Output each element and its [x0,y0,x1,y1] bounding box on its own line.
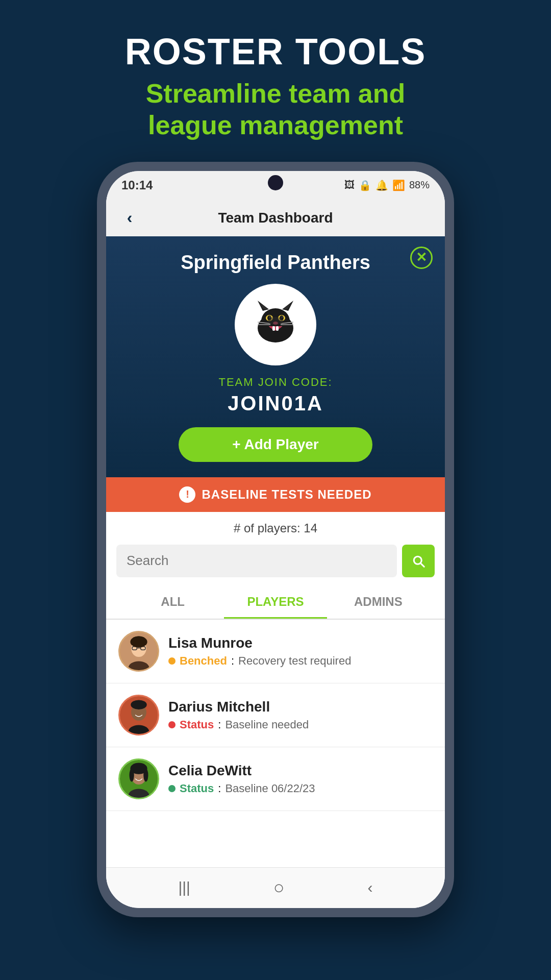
alert-text: BASELINE TESTS NEEDED [202,487,371,502]
search-input[interactable] [116,545,397,577]
svg-point-12 [281,316,283,318]
search-icon [411,553,426,569]
status-time: 10:14 [121,178,153,192]
alert-icon: ! [179,486,195,503]
svg-point-40 [130,768,134,781]
player-info: Darius Mitchell Status : Baseline needed [168,699,433,731]
status-dot-green [168,785,176,792]
close-icon: ✕ [416,250,427,265]
tab-players[interactable]: PLAYERS [224,586,327,619]
list-item[interactable]: Celia DeWitt Status : Baseline 06/22/23 [106,747,445,811]
svg-point-20 [268,317,283,325]
list-item[interactable]: Lisa Munroe Benched : Recovery test requ… [106,620,445,683]
avatar [118,758,159,799]
status-label: Benched [180,654,227,668]
svg-rect-15 [276,326,279,331]
bottom-nav-back[interactable]: ‹ [368,879,373,896]
status-description: Baseline 06/22/23 [225,782,315,795]
add-player-button[interactable]: + Add Player [179,427,372,462]
bottom-nav: ||| ○ ‹ [106,867,445,908]
page-header: ROSTER TOOLS Streamline team andleague m… [125,0,427,141]
search-container [106,545,445,586]
close-button[interactable]: ✕ [410,247,433,269]
status-colon: : [231,654,234,668]
status-colon: : [218,718,221,731]
status-volume-icon: 🔔 [375,179,388,191]
player-status: Status : Baseline needed [168,718,433,731]
player-name: Lisa Munroe [168,635,433,651]
status-photo-icon: 🖼 [344,179,355,191]
status-dot-yellow [168,657,176,665]
status-description: Baseline needed [225,718,309,731]
search-button[interactable] [402,545,435,577]
players-count: # of players: 14 [106,512,445,545]
player-avatar-svg-darius [120,696,158,734]
page-title: ROSTER TOOLS [125,31,427,72]
team-logo-svg [242,291,309,358]
back-arrow-icon: ‹ [127,208,133,227]
join-code-label: TEAM JOIN CODE: [218,376,332,389]
status-battery: 88% [409,179,430,191]
tab-all[interactable]: ALL [121,586,224,619]
alert-banner: ! BASELINE TESTS NEEDED [106,477,445,512]
phone-mockup: 10:14 🖼 🔒 🔔 📶 88% ‹ Team Dashboard ✕ Spr… [97,162,454,917]
status-lock-icon: 🔒 [359,179,371,191]
player-avatar-svg-lisa [120,632,158,670]
avatar [118,695,159,736]
svg-point-34 [131,700,146,709]
player-info: Celia DeWitt Status : Baseline 06/22/23 [168,763,433,795]
avatar [118,631,159,672]
player-avatar-svg-celia [120,760,158,798]
list-item[interactable]: Darius Mitchell Status : Baseline needed [106,683,445,747]
back-button[interactable]: ‹ [118,207,141,229]
join-code-value: JOIN01A [228,392,323,415]
status-icons: 🖼 🔒 🔔 📶 88% [344,179,430,191]
status-label: Status [180,782,214,795]
player-status: Status : Baseline 06/22/23 [168,782,433,795]
svg-rect-14 [272,326,275,331]
status-dot-red [168,721,176,728]
player-info: Lisa Munroe Benched : Recovery test requ… [168,635,433,668]
team-header: ✕ Springfield Panthers [106,236,445,477]
status-wifi-icon: 📶 [392,179,405,191]
status-colon: : [218,782,221,795]
svg-point-29 [132,636,145,644]
players-list: Lisa Munroe Benched : Recovery test requ… [106,620,445,867]
add-player-label: + Add Player [232,436,318,453]
svg-point-41 [143,768,148,781]
status-label: Status [180,718,214,731]
nav-title: Team Dashboard [141,210,410,226]
player-name: Celia DeWitt [168,763,433,779]
player-name: Darius Mitchell [168,699,433,715]
page-subtitle: Streamline team andleague management [125,78,427,141]
top-nav: ‹ Team Dashboard [106,200,445,236]
team-name: Springfield Panthers [181,252,370,274]
player-status: Benched : Recovery test required [168,654,433,668]
bottom-nav-home[interactable]: ○ [273,877,285,898]
status-description: Recovery test required [238,654,351,668]
team-logo [235,284,316,365]
bottom-nav-menu[interactable]: ||| [178,879,190,896]
svg-point-11 [269,316,271,318]
tab-admins[interactable]: ADMINS [327,586,430,619]
camera-notch [268,175,283,190]
tabs: ALL PLAYERS ADMINS [106,586,445,620]
